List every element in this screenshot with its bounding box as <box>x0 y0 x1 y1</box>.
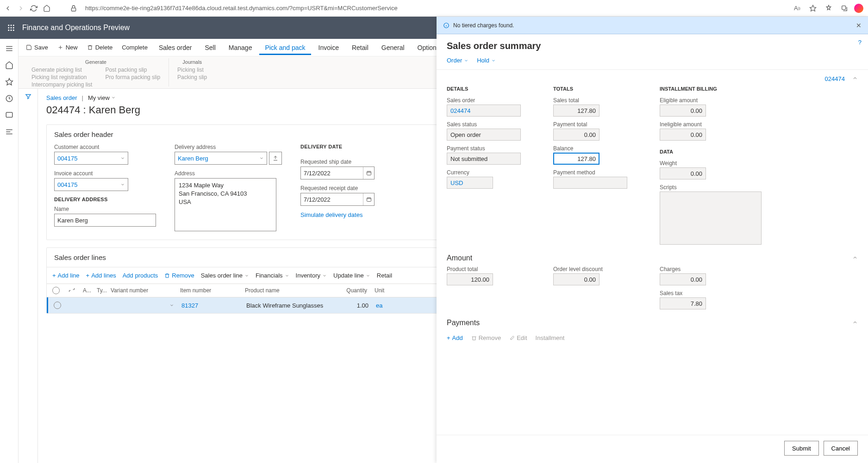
payments-remove-button[interactable]: Remove <box>471 334 501 341</box>
totals-payment-total[interactable]: 0.00 <box>553 129 599 141</box>
tab-general[interactable]: General <box>376 40 410 55</box>
calendar-icon[interactable] <box>363 167 374 179</box>
ribbon-picking-list-registration[interactable]: Picking list registration <box>31 74 92 80</box>
totals-payment-method[interactable] <box>553 177 627 189</box>
ribbon-generate-picking-list[interactable]: Generate picking list <box>31 67 92 73</box>
filter-icon[interactable] <box>25 93 31 463</box>
svg-marker-1 <box>810 5 816 11</box>
nav-recent-icon[interactable] <box>5 94 13 103</box>
breadcrumb-sales-order[interactable]: Sales order <box>46 94 77 101</box>
payments-edit-button[interactable]: Edit <box>509 334 527 341</box>
req-ship-input[interactable]: 7/12/2022 <box>300 167 375 179</box>
collections-icon[interactable] <box>840 4 849 12</box>
browser-toolbar: https://comme2e-tie-ring2a9136f7d174e86d… <box>0 0 868 17</box>
new-button[interactable]: New <box>54 42 81 53</box>
data-weight[interactable]: 0.00 <box>660 167 706 179</box>
customer-account-input[interactable]: 004175 <box>54 152 128 165</box>
payments-installment-button[interactable]: Installment <box>536 334 565 341</box>
update-line-dropdown[interactable]: Update line <box>333 272 370 279</box>
invoice-account-input[interactable]: 004175 <box>54 178 128 191</box>
totals-balance[interactable]: 127.80 <box>553 153 599 165</box>
menu-icon[interactable] <box>5 44 13 53</box>
ribbon-post-packing-slip[interactable]: Post packing slip <box>105 67 160 73</box>
data-scripts[interactable] <box>660 191 762 245</box>
tab-pick-and-pack[interactable]: Pick and pack <box>259 40 311 55</box>
order-dropdown[interactable]: Order <box>447 57 468 64</box>
add-products-button[interactable]: Add products <box>123 272 158 279</box>
delivery-address-section: DELIVERY ADDRESS <box>54 197 156 202</box>
tab-retail[interactable]: Retail <box>346 40 374 55</box>
remove-line-button[interactable]: Remove <box>164 272 194 279</box>
amount-section-header[interactable]: Amount <box>447 250 858 266</box>
chevron-up-icon[interactable] <box>852 319 858 327</box>
cancel-button[interactable]: Cancel <box>824 441 858 456</box>
read-aloud-icon[interactable]: A)) <box>793 4 801 12</box>
details-currency[interactable]: USD <box>447 177 493 189</box>
back-icon[interactable] <box>4 4 12 12</box>
star-icon[interactable] <box>809 4 817 12</box>
svg-point-9 <box>8 30 9 31</box>
breadcrumb-my-view[interactable]: My view <box>88 94 116 101</box>
forward-icon[interactable] <box>17 4 25 12</box>
sales-order-line-dropdown[interactable]: Sales order line <box>201 272 249 279</box>
chevron-up-icon[interactable] <box>852 254 858 262</box>
amount-sales-tax[interactable]: 7.80 <box>660 297 706 309</box>
row-checkbox[interactable] <box>54 302 61 309</box>
home-icon[interactable] <box>43 4 51 12</box>
close-icon[interactable]: ✕ <box>856 22 862 29</box>
nav-home-icon[interactable] <box>5 61 13 69</box>
inventory-dropdown[interactable]: Inventory <box>296 272 327 279</box>
totals-sales-total[interactable]: 127.80 <box>553 105 599 117</box>
amount-charges[interactable]: 0.00 <box>660 273 706 285</box>
name-input[interactable]: Karen Berg <box>54 214 156 227</box>
req-receipt-input[interactable]: 7/12/2022 <box>300 193 375 206</box>
amount-discount[interactable]: 0.00 <box>553 273 599 285</box>
add-line-button[interactable]: + Add line <box>52 272 80 279</box>
select-all-checkbox[interactable] <box>52 287 60 294</box>
payments-section-header[interactable]: Payments <box>447 315 858 331</box>
help-icon[interactable]: ? <box>858 39 862 46</box>
installment-ineligible[interactable]: 0.00 <box>660 129 706 141</box>
add-lines-button[interactable]: + Add lines <box>86 272 116 279</box>
favorites-icon[interactable] <box>824 4 833 12</box>
amount-product-total[interactable]: 120.00 <box>447 273 493 285</box>
profile-avatar[interactable] <box>853 3 864 14</box>
waffle-icon[interactable] <box>0 17 22 39</box>
nav-star-icon[interactable] <box>5 78 13 86</box>
nav-modules-icon[interactable] <box>5 128 13 136</box>
ribbon-journals-picking-list[interactable]: Picking list <box>177 67 207 73</box>
delete-button[interactable]: Delete <box>83 42 117 53</box>
simulate-delivery-link[interactable]: Simulate delivery dates <box>300 211 384 218</box>
ribbon-pro-forma-packing-slip[interactable]: Pro forma packing slip <box>105 74 160 80</box>
complete-button[interactable]: Complete <box>118 42 151 53</box>
panel-order-id[interactable]: 024474 <box>825 75 845 82</box>
payments-add-button[interactable]: + Add <box>447 334 463 341</box>
collapse-icon[interactable] <box>852 75 858 82</box>
details-sales-status[interactable]: Open order <box>447 129 521 141</box>
details-payment-status[interactable]: Not submitted <box>447 153 521 165</box>
unit-cell[interactable]: ea <box>372 302 395 309</box>
tab-sales-order[interactable]: Sales order <box>153 40 198 55</box>
data-section: DATA <box>660 149 762 154</box>
financials-dropdown[interactable]: Financials <box>256 272 289 279</box>
installment-eligible[interactable]: 0.00 <box>660 105 706 117</box>
nav-workspace-icon[interactable] <box>5 111 13 119</box>
hold-dropdown[interactable]: Hold <box>477 57 496 64</box>
url-bar[interactable]: https://comme2e-tie-ring2a9136f7d174e86d… <box>82 5 786 12</box>
retail-dropdown[interactable]: Retail <box>377 272 392 279</box>
item-number-cell[interactable]: 81327 <box>178 302 243 309</box>
ribbon-intercompany-picking-list[interactable]: Intercompany picking list <box>31 81 92 88</box>
tab-sell[interactable]: Sell <box>199 40 221 55</box>
submit-button[interactable]: Submit <box>784 441 818 456</box>
ribbon-journals-packing-slip[interactable]: Packing slip <box>177 74 207 80</box>
details-sales-order[interactable]: 024474 <box>447 105 521 117</box>
lock-icon[interactable] <box>69 4 78 12</box>
delivery-address-input[interactable]: Karen Berg <box>175 152 267 165</box>
address-lookup-button[interactable] <box>269 152 282 165</box>
address-textarea[interactable]: 1234 Maple Way San Francisco, CA 94103 U… <box>175 178 276 231</box>
refresh-icon[interactable] <box>30 4 38 12</box>
tab-invoice[interactable]: Invoice <box>313 40 344 55</box>
save-button[interactable]: Save <box>22 42 52 53</box>
calendar-icon[interactable] <box>363 193 374 205</box>
tab-manage[interactable]: Manage <box>223 40 258 55</box>
